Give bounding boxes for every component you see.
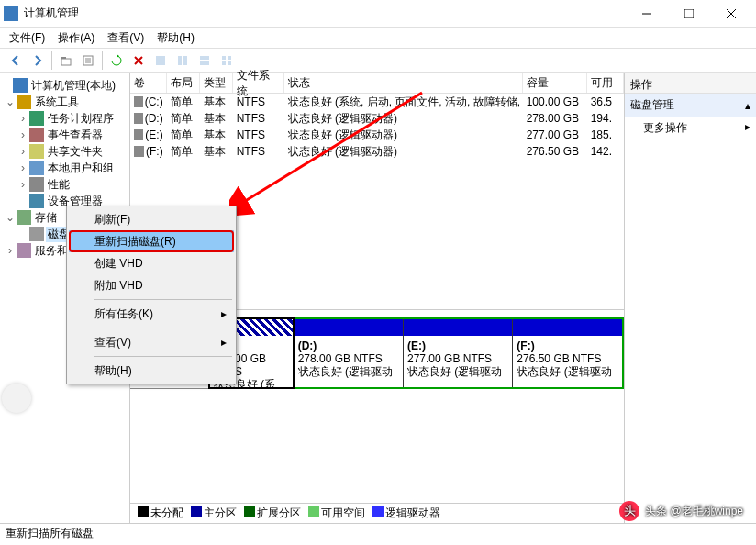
chevron-right-icon: ▸: [221, 336, 227, 349]
col-free[interactable]: 可用: [587, 73, 624, 93]
svg-rect-12: [228, 61, 231, 65]
volume-row[interactable]: (E:)简单基本NTFS状态良好 (逻辑驱动器)277.00 GB185.: [130, 127, 624, 143]
col-layout[interactable]: 布局: [167, 73, 200, 93]
ctx-help[interactable]: 帮助(H): [69, 360, 234, 382]
menu-help[interactable]: 帮助(H): [153, 28, 198, 48]
minimize-button[interactable]: [626, 0, 668, 28]
ctx-refresh[interactable]: 刷新(F): [69, 208, 234, 230]
delete-button[interactable]: [128, 50, 149, 71]
legend-swatch: [308, 506, 319, 517]
decorative-circle: [2, 384, 31, 413]
tree-task-scheduler[interactable]: ›任务计划程序: [0, 110, 129, 127]
svg-rect-5: [178, 56, 182, 65]
menu-view[interactable]: 查看(V): [104, 28, 148, 48]
view4-button[interactable]: [217, 50, 237, 71]
svg-rect-8: [200, 61, 209, 65]
svg-rect-10: [228, 56, 231, 60]
watermark-icon: 头: [619, 501, 639, 521]
volume-row[interactable]: (F:)简单基本NTFS状态良好 (逻辑驱动器)276.50 GB142.: [130, 143, 624, 160]
svg-rect-7: [200, 56, 209, 60]
refresh-button[interactable]: [106, 50, 127, 71]
partition-f[interactable]: (F:)276.50 GB NTFS状态良好 (逻辑驱动: [513, 319, 621, 387]
chevron-right-icon: ▸: [745, 120, 750, 136]
actions-title: 操作: [625, 73, 756, 94]
tree-systools[interactable]: ⌄系统工具: [0, 94, 129, 110]
col-fs[interactable]: 文件系统: [233, 73, 284, 93]
watermark: 头 头条 @老毛桃winpe: [619, 501, 743, 521]
col-volume[interactable]: 卷: [130, 73, 167, 93]
ctx-rescan-disks[interactable]: 重新扫描磁盘(R): [69, 230, 234, 252]
svg-rect-9: [222, 56, 226, 60]
window-title: 计算机管理: [24, 6, 626, 21]
legend-swatch: [138, 506, 149, 517]
context-menu: 刷新(F) 重新扫描磁盘(R) 创建 VHD 附加 VHD 所有任务(K)▸ 查…: [66, 206, 237, 384]
toolbar: [0, 48, 756, 73]
tree-local-users[interactable]: ›本地用户和组: [0, 160, 129, 176]
svg-rect-11: [222, 61, 226, 65]
ctx-all-tasks[interactable]: 所有任务(K)▸: [69, 303, 234, 325]
legend-swatch: [244, 506, 255, 517]
view2-button[interactable]: [172, 50, 193, 71]
back-button[interactable]: [6, 50, 26, 71]
partition-d[interactable]: (D:)278.00 GB NTFS状态良好 (逻辑驱动: [295, 319, 404, 387]
app-icon: [4, 6, 18, 21]
statusbar: 重新扫描所有磁盘: [0, 523, 756, 543]
ctx-create-vhd[interactable]: 创建 VHD: [69, 252, 234, 274]
tree-shared-folders[interactable]: ›共享文件夹: [0, 143, 129, 160]
volume-row[interactable]: (C:)简单基本NTFS状态良好 (系统, 启动, 页面文件, 活动, 故障转储…: [130, 94, 624, 110]
col-capacity[interactable]: 容量: [523, 73, 587, 93]
svg-rect-6: [183, 56, 187, 65]
properties-button[interactable]: [78, 50, 98, 71]
tree-performance[interactable]: ›性能: [0, 176, 129, 193]
actions-more[interactable]: 更多操作▸: [625, 117, 756, 139]
svg-rect-2: [61, 57, 66, 59]
tree-root[interactable]: 计算机管理(本地): [0, 77, 129, 94]
maximize-button[interactable]: [668, 0, 710, 28]
forward-button[interactable]: [28, 50, 48, 71]
partition-e[interactable]: (E:)277.00 GB NTFS状态良好 (逻辑驱动: [404, 319, 513, 387]
legend-swatch: [191, 506, 202, 517]
ctx-attach-vhd[interactable]: 附加 VHD: [69, 274, 234, 296]
svg-rect-1: [61, 59, 71, 65]
collapse-icon: ▴: [745, 99, 750, 112]
titlebar: 计算机管理: [0, 0, 756, 28]
close-button[interactable]: [710, 0, 752, 28]
volume-header: 卷 布局 类型 文件系统 状态 容量 可用: [130, 73, 624, 94]
actions-pane: 操作 磁盘管理▴ 更多操作▸: [625, 73, 756, 523]
actions-category[interactable]: 磁盘管理▴: [625, 94, 756, 117]
ctx-view[interactable]: 查看(V)▸: [69, 331, 234, 353]
view3-button[interactable]: [195, 50, 215, 71]
col-status[interactable]: 状态: [284, 73, 523, 93]
legend-swatch: [372, 506, 384, 517]
volume-row[interactable]: (D:)简单基本NTFS状态良好 (逻辑驱动器)278.00 GB194.: [130, 110, 624, 127]
col-type[interactable]: 类型: [200, 73, 233, 93]
svg-rect-4: [156, 56, 165, 65]
view1-button[interactable]: [150, 50, 171, 71]
menu-file[interactable]: 文件(F): [6, 28, 49, 48]
tree-event-viewer[interactable]: ›事件查看器: [0, 127, 129, 143]
chevron-right-icon: ▸: [221, 307, 227, 320]
menubar: 文件(F) 操作(A) 查看(V) 帮助(H): [0, 28, 756, 48]
menu-action[interactable]: 操作(A): [54, 28, 98, 48]
svg-rect-0: [684, 9, 694, 18]
legend: 未分配 主分区 扩展分区 可用空间 逻辑驱动器: [130, 503, 624, 523]
up-button[interactable]: [56, 50, 76, 71]
